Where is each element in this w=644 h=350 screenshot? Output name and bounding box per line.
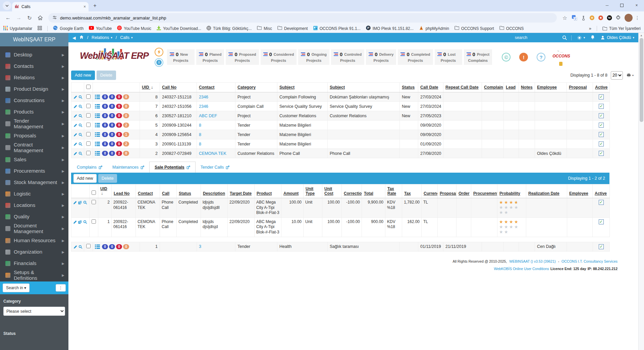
column-header-description[interactable]: Description xyxy=(201,184,228,198)
breadcrumb-home-icon[interactable] xyxy=(79,35,84,40)
sort-desc-icon[interactable]: ↓ xyxy=(101,191,103,196)
row-checkbox[interactable] xyxy=(92,200,96,204)
column-header-category[interactable]: Category xyxy=(235,83,277,92)
project-status-card[interactable]: 0ProposedProjects xyxy=(226,49,259,65)
column-header-unit-cost[interactable]: Unit Cost xyxy=(322,184,342,198)
column-header-product[interactable]: Product xyxy=(255,184,281,198)
flash-icon[interactable] xyxy=(155,48,163,56)
project-status-card[interactable]: 0ProjectComplains xyxy=(464,49,492,65)
column-header-subject[interactable]: Subject xyxy=(328,83,400,92)
column-header-status[interactable]: Status xyxy=(400,83,418,92)
count-badge-blue[interactable]: 0 xyxy=(109,104,115,109)
bookmark-item[interactable] xyxy=(38,26,42,31)
column-header-active[interactable]: Active xyxy=(593,83,610,92)
footer-link[interactable]: OCCONS I.T. Consultancy Services xyxy=(561,259,618,263)
warning-icon[interactable]: ! xyxy=(519,53,528,61)
view-magnifier-icon[interactable] xyxy=(83,220,87,224)
help-icon[interactable]: ? xyxy=(537,53,545,61)
profile-avatar[interactable] xyxy=(625,14,633,22)
bookmark-item[interactable]: YouTube Music xyxy=(117,26,151,31)
column-header-uid[interactable]: UID ↓ xyxy=(140,83,160,92)
row-checkbox[interactable] xyxy=(86,132,91,136)
column-header-tax-rate[interactable]: Tax Rate xyxy=(385,184,402,198)
active-checkbox[interactable]: ✓ xyxy=(599,219,604,224)
edit-pencil-icon[interactable] xyxy=(73,133,77,137)
edit-pencil-icon[interactable] xyxy=(73,114,77,118)
edit-pencil-icon[interactable] xyxy=(73,201,77,205)
column-header-complain[interactable]: Complain xyxy=(482,83,504,92)
sidebar-options-icon[interactable]: ⋮ xyxy=(56,284,66,292)
view-magnifier-icon[interactable] xyxy=(78,123,83,127)
count-badge-blue[interactable]: 0 xyxy=(102,244,108,249)
search-in-button[interactable]: Search in ▾ xyxy=(3,283,30,292)
site-settings-icon[interactable] xyxy=(52,15,57,21)
count-badge-blue[interactable]: 0 xyxy=(102,141,108,146)
select-all-checkbox[interactable] xyxy=(86,85,91,89)
column-header-employee[interactable]: Employee xyxy=(567,184,593,198)
column-header-active[interactable]: Active xyxy=(593,184,610,198)
column-header-lead-no[interactable]: Lead No xyxy=(112,184,136,198)
count-badge-blue[interactable]: 0 xyxy=(109,151,115,156)
edit-pencil-icon[interactable] xyxy=(73,104,77,108)
count-badge-blue[interactable]: 0 xyxy=(102,113,108,118)
count-badge-orange[interactable]: 0 xyxy=(123,244,129,249)
active-checkbox[interactable]: ✓ xyxy=(599,123,604,128)
detail-list-icon[interactable] xyxy=(95,245,100,249)
column-header-total[interactable]: Total xyxy=(362,184,385,198)
column-header-contact[interactable]: Contact xyxy=(136,184,160,198)
count-badge-orange[interactable]: 0 xyxy=(123,113,129,118)
column-header-call[interactable]: Call xyxy=(160,184,177,198)
breadcrumb-calls[interactable]: Calls▾ xyxy=(120,35,132,40)
select-all-checkbox[interactable] xyxy=(92,190,96,195)
view-magnifier-icon[interactable] xyxy=(78,104,83,108)
count-badge-orange[interactable]: 0 xyxy=(123,104,129,109)
detail-list-icon[interactable] xyxy=(95,151,100,156)
global-search-input[interactable] xyxy=(515,35,560,40)
tab-search-chevron-icon[interactable] xyxy=(3,1,11,10)
detail-list-icon[interactable] xyxy=(95,104,100,108)
count-badge-orange[interactable]: 2 xyxy=(123,141,129,146)
count-badge-blue[interactable]: 0 xyxy=(102,151,108,156)
count-badge-blue[interactable]: 0 xyxy=(109,132,115,137)
column-header-amount[interactable]: Amount xyxy=(281,184,304,198)
active-checkbox[interactable]: ✓ xyxy=(599,104,604,109)
contact-link[interactable]: 8 xyxy=(199,142,201,146)
window-close-button[interactable]: × xyxy=(629,0,644,11)
extensions-puzzle-icon[interactable] xyxy=(614,14,622,21)
edit-pencil-icon[interactable] xyxy=(73,151,77,156)
forward-icon[interactable]: → xyxy=(14,13,23,23)
translate-icon[interactable]: a文 xyxy=(571,14,578,21)
column-header-uid[interactable]: UID ↓ xyxy=(98,184,112,198)
extension-red-icon[interactable] xyxy=(597,14,604,21)
edit-pencil-icon[interactable] xyxy=(73,123,77,127)
sidebar-item-products[interactable]: Products▶ xyxy=(0,106,68,118)
contact-link[interactable]: 3 xyxy=(199,244,201,249)
page-scrollbar[interactable]: ▲ xyxy=(638,33,644,350)
sidebar-item-sales[interactable]: Sales▶ xyxy=(0,154,68,165)
column-header-tax[interactable]: Tax xyxy=(402,184,422,198)
project-status-card[interactable]: 0PlanedProjects xyxy=(196,49,224,65)
column-header-order[interactable]: Order xyxy=(457,184,471,198)
all-bookmarks-folder[interactable]: Tüm Yer İşaretleri xyxy=(602,26,641,31)
window-maximize-button[interactable] xyxy=(614,0,629,11)
search-icon[interactable] xyxy=(562,35,567,40)
column-header-realization-date[interactable]: Realization Date xyxy=(526,184,567,198)
row-checkbox[interactable] xyxy=(92,219,96,224)
sidebar-item-tender-management[interactable]: Tender Management▶ xyxy=(0,118,68,130)
active-checkbox[interactable]: ✓ xyxy=(599,132,604,137)
tab-close-icon[interactable]: × xyxy=(84,4,86,9)
count-badge-blue[interactable]: 0 xyxy=(109,94,115,99)
contact-link[interactable]: 8 xyxy=(199,123,201,128)
category-filter-select[interactable]: Please select xyxy=(3,307,65,316)
column-header-repeat-call-date[interactable]: Repeat Call Date xyxy=(443,83,482,92)
project-status-card[interactable]: 0CompletedProjects xyxy=(398,49,433,65)
project-status-card[interactable]: 0OngoingProjects xyxy=(298,49,329,65)
active-checkbox[interactable]: ✓ xyxy=(599,94,604,99)
bookmark-item[interactable]: Development xyxy=(277,26,308,31)
view-magnifier-icon[interactable] xyxy=(78,95,83,99)
row-checkbox[interactable] xyxy=(86,123,91,127)
count-badge-red[interactable]: 0 xyxy=(116,244,122,249)
edit-pencil-icon[interactable] xyxy=(73,220,77,224)
count-badge-red[interactable]: 0 xyxy=(116,94,122,99)
sidebar-item-quality[interactable]: Quality▶ xyxy=(0,211,68,222)
